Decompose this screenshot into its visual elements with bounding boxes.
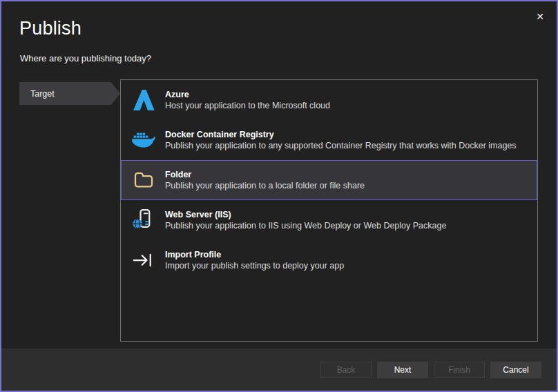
back-button[interactable]: Back [320,362,372,378]
target-option-description: Publish your application to IIS using We… [165,220,446,231]
publish-dialog: ✕ Publish Where are you publishing today… [0,0,558,392]
finish-button[interactable]: Finish [434,362,485,378]
docker-icon [131,127,157,153]
web-server-icon [131,207,157,233]
dialog-footer: Back Next Finish Cancel [1,349,557,391]
page-subtitle: Where are you publishing today? [20,53,151,63]
folder-icon [131,167,157,193]
import-profile-icon [131,247,157,273]
close-icon[interactable]: ✕ [532,8,548,25]
page-title: Publish [19,18,81,39]
next-button[interactable]: Next [377,362,428,378]
target-option-import-profile[interactable]: Import Profile Import your publish setti… [121,240,537,280]
publish-target-list: Azure Host your application to the Micro… [120,79,538,342]
target-option-description: Import your publish settings to deploy y… [165,260,344,271]
target-option-title: Import Profile [165,249,344,260]
target-option-title: Azure [165,89,330,100]
target-option-azure[interactable]: Azure Host your application to the Micro… [121,80,537,120]
target-option-docker[interactable]: Docker Container Registry Publish your a… [121,120,537,160]
target-option-title: Docker Container Registry [165,129,517,140]
target-option-description: Publish your application to any supporte… [165,140,517,151]
target-option-title: Folder [165,169,365,180]
sidebar-item-label: Target [30,89,55,99]
target-option-web-server[interactable]: Web Server (IIS) Publish your applicatio… [121,200,537,240]
target-option-description: Host your application to the Microsoft c… [165,100,330,111]
target-option-description: Publish your application to a local fold… [165,180,365,191]
sidebar-item-target[interactable]: Target [19,82,120,105]
cancel-button[interactable]: Cancel [490,362,541,378]
target-option-title: Web Server (IIS) [165,209,446,220]
azure-icon [131,87,157,113]
target-option-folder[interactable]: Folder Publish your application to a loc… [121,160,537,200]
